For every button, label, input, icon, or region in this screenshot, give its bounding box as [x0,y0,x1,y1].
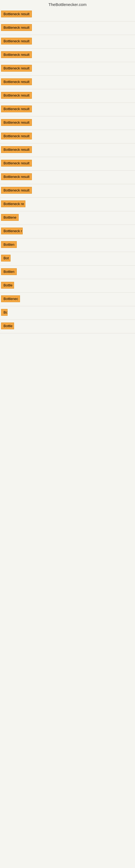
result-row: Bottlen [0,266,135,279]
bottleneck-result-label[interactable]: Bottleneck re [1,200,26,207]
site-title: TheBottlenecker.com [0,0,135,8]
result-row: Bottleneck result [0,144,135,157]
bottleneck-result-label[interactable]: Bottlenec [1,296,20,302]
result-row: Bottleneck result [0,62,135,76]
result-row: Bottleneck result [0,103,135,116]
bottleneck-result-label[interactable]: Bottleneck result [1,119,32,126]
bottleneck-result-label[interactable]: Bottleneck result [1,146,32,153]
result-row: Bo [0,306,135,320]
bottleneck-result-label[interactable]: Bottleneck r [1,227,23,235]
result-row: Bottleneck result [0,49,135,62]
bottleneck-result-label[interactable]: Bottlen [1,241,17,248]
result-row: Bottlen [0,239,135,252]
result-row: Bottleneck result [0,22,135,35]
result-row: Bottle [0,279,135,293]
result-row: Bottle [0,320,135,333]
result-row: Bottleneck result [0,89,135,103]
bottleneck-result-label[interactable]: Bottle [1,282,14,289]
result-row: Bottleneck result [0,35,135,49]
bottleneck-result-label[interactable]: Bottleneck result [1,187,32,194]
bottleneck-result-label[interactable]: Bottleneck result [1,105,32,112]
bottleneck-result-label[interactable]: Bottleneck result [1,160,32,166]
result-row: Bottleneck result [0,76,135,89]
result-row: Bottlene [0,211,135,225]
bottleneck-result-label[interactable]: Bo [1,309,8,316]
bottleneck-result-label[interactable]: Bottle [1,322,14,329]
bottleneck-result-label[interactable]: Bottleneck result [1,79,32,85]
result-row: Bottleneck result [0,184,135,198]
result-row: Bottleneck result [0,157,135,170]
bottleneck-result-label[interactable]: Bottleneck result [1,65,32,72]
result-row: Bottleneck re [0,198,135,211]
bottleneck-result-label[interactable]: Bottlene [1,214,18,221]
bottleneck-result-label[interactable]: Bottlen [1,268,17,275]
bottleneck-result-label[interactable]: Bottleneck result [1,24,32,31]
result-row: Bot [0,252,135,266]
bottleneck-result-label[interactable]: Bot [1,255,10,261]
bottleneck-result-label[interactable]: Bottleneck result [1,92,32,99]
bottleneck-result-label[interactable]: Bottleneck result [1,133,32,140]
bottleneck-result-label[interactable]: Bottleneck result [1,10,32,18]
bottleneck-result-label[interactable]: Bottleneck result [1,38,32,44]
bottleneck-result-label[interactable]: Bottleneck result [1,173,32,180]
result-row: Bottleneck result [0,170,135,184]
result-row: Bottleneck result [0,116,135,130]
result-row: Bottleneck r [0,225,135,239]
bottleneck-result-label[interactable]: Bottleneck result [1,51,32,58]
result-row: Bottlenec [0,293,135,306]
result-row: Bottleneck result [0,8,135,22]
result-row: Bottleneck result [0,130,135,144]
